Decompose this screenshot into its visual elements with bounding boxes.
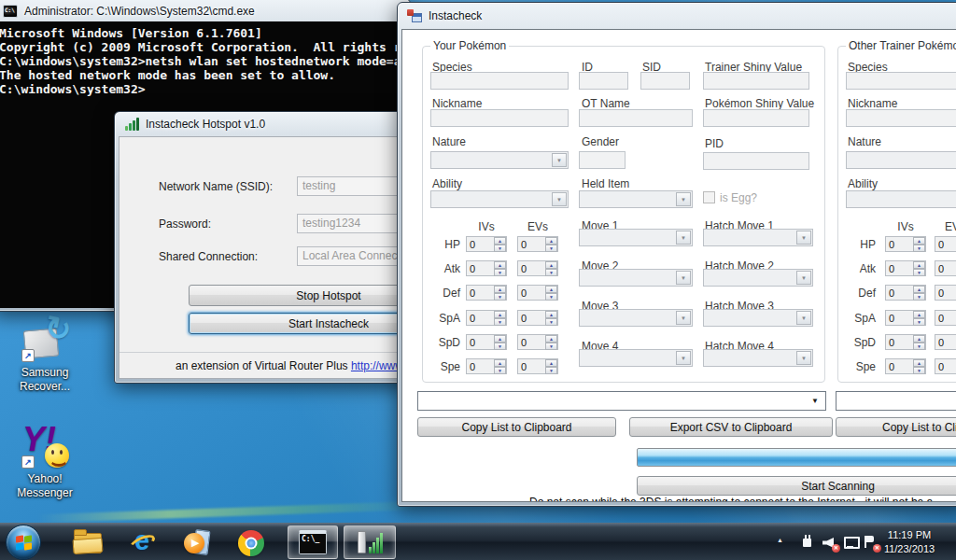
pid-field[interactable] — [703, 152, 809, 170]
ev-spinner[interactable]: 0▲▼ — [517, 236, 558, 252]
move2-combo[interactable]: ▼ — [579, 269, 693, 287]
taskbar-item-media-player[interactable]: ▶ — [177, 528, 217, 558]
ability-combo[interactable]: ▼ — [430, 190, 569, 208]
chevron-down-icon[interactable]: ▼ — [676, 231, 691, 245]
nature-combo[interactable]: ▼ — [430, 151, 569, 169]
species-field[interactable] — [846, 72, 956, 90]
chevron-down-icon[interactable]: ▼ — [552, 192, 567, 206]
ot-name-field[interactable] — [579, 109, 693, 127]
spinner-arrows[interactable]: ▲▼ — [545, 335, 557, 349]
iv-spinner[interactable]: 0▲▼ — [466, 334, 507, 350]
spinner-arrows[interactable]: ▲▼ — [494, 237, 506, 251]
start-scanning-button[interactable]: Start Scanning — [637, 476, 956, 496]
taskbar-item-internet-explorer[interactable]: e — [123, 528, 162, 558]
iv-spinner[interactable]: 0▲▼ — [466, 236, 507, 252]
chevron-down-icon[interactable]: ▼ — [676, 192, 691, 206]
nature-combo[interactable]: ▼ — [846, 151, 956, 169]
results-list-dropdown-2[interactable] — [836, 391, 956, 411]
spinner-arrows[interactable]: ▲▼ — [545, 311, 557, 325]
chevron-down-icon[interactable]: ▼ — [676, 311, 691, 325]
ev-spinner[interactable]: 0▲▼ — [517, 358, 558, 374]
chevron-down-icon[interactable]: ▼ — [806, 393, 824, 409]
pokemon-shiny-value-field[interactable] — [703, 109, 809, 127]
spinner-arrows[interactable]: ▲▼ — [494, 261, 506, 275]
is-egg-checkbox[interactable] — [703, 191, 715, 203]
trainer-shiny-value-field[interactable] — [703, 72, 809, 90]
ability-combo[interactable]: ▼ — [846, 190, 956, 208]
chevron-down-icon[interactable]: ▼ — [796, 271, 811, 285]
results-list-dropdown[interactable]: ▼ — [417, 391, 826, 411]
nickname-field[interactable] — [430, 109, 569, 127]
iv-spinner[interactable]: 0▲▼ — [466, 358, 507, 374]
start-button[interactable] — [6, 525, 41, 560]
network-icon[interactable] — [843, 535, 858, 550]
species-field[interactable] — [430, 72, 569, 90]
ev-spinner[interactable]: 0▲▼ — [935, 285, 956, 301]
spinner-arrows[interactable]: ▲▼ — [545, 286, 557, 300]
taskbar-button-instacheck[interactable] — [344, 525, 396, 559]
spinner-arrows[interactable]: ▲▼ — [494, 286, 506, 300]
show-hidden-icons-button[interactable]: ▲ — [777, 537, 783, 543]
ev-spinner[interactable]: 0▲▼ — [935, 358, 956, 374]
ev-spinner[interactable]: 0▲▼ — [935, 236, 956, 252]
volume-muted-icon[interactable]: ✕ — [822, 535, 836, 550]
iv-spinner[interactable]: 0▲▼ — [885, 236, 926, 252]
desktop-icon-samsung-recovery[interactable]: ↻ ↗ Samsung Recover... — [0, 314, 90, 394]
spinner-arrows[interactable]: ▲▼ — [913, 237, 925, 251]
taskbar-clock[interactable]: 11:19 PM 11/23/2013 — [870, 528, 949, 556]
iv-spinner[interactable]: 0▲▼ — [466, 285, 507, 301]
sid-field[interactable] — [640, 72, 690, 90]
iv-spinner[interactable]: 0▲▼ — [885, 334, 926, 350]
power-plug-icon[interactable] — [799, 535, 814, 550]
ev-spinner[interactable]: 0▲▼ — [517, 285, 558, 301]
spinner-arrows[interactable]: ▲▼ — [494, 359, 506, 373]
id-field[interactable] — [579, 72, 628, 90]
hatch-move4-combo[interactable]: ▼ — [703, 349, 813, 367]
move4-combo[interactable]: ▼ — [579, 349, 693, 367]
taskbar-button-cmd[interactable]: C:\_ — [288, 525, 338, 559]
chevron-down-icon[interactable]: ▼ — [552, 153, 567, 167]
instacheck-titlebar[interactable]: Instacheck — [398, 3, 956, 29]
iv-spinner[interactable]: 0▲▼ — [466, 260, 507, 276]
chevron-down-icon[interactable]: ▼ — [676, 271, 691, 285]
ev-spinner[interactable]: 0▲▼ — [935, 334, 956, 350]
hatch-move2-combo[interactable]: ▼ — [703, 269, 813, 287]
desktop-icon-yahoo-messenger[interactable]: Y! ↗ Yahoo! Messenger — [0, 420, 90, 500]
chevron-down-icon[interactable]: ▼ — [796, 231, 811, 245]
virtual-router-link[interactable]: http://www — [351, 359, 403, 372]
spinner-arrows[interactable]: ▲▼ — [545, 359, 557, 373]
spinner-arrows[interactable]: ▲▼ — [913, 286, 925, 300]
ev-spinner[interactable]: 0▲▼ — [517, 334, 558, 350]
spinner-arrows[interactable]: ▲▼ — [545, 237, 557, 251]
iv-spinner[interactable]: 0▲▼ — [466, 310, 507, 326]
cmd-titlebar[interactable]: C:\ Administrator: C:\Windows\System32\c… — [0, 0, 410, 23]
spinner-arrows[interactable]: ▲▼ — [913, 335, 925, 349]
ev-spinner[interactable]: 0▲▼ — [935, 310, 956, 326]
hatch-move1-combo[interactable]: ▼ — [703, 229, 813, 246]
hatch-move3-combo[interactable]: ▼ — [703, 309, 813, 327]
ev-spinner[interactable]: 0▲▼ — [935, 260, 956, 276]
export-csv-button[interactable]: Export CSV to Clipboard — [629, 417, 833, 437]
taskbar-item-explorer[interactable] — [69, 528, 108, 558]
chevron-down-icon[interactable]: ▼ — [796, 311, 811, 325]
spinner-arrows[interactable]: ▲▼ — [494, 335, 506, 349]
nickname-field[interactable] — [846, 109, 956, 127]
move3-combo[interactable]: ▼ — [579, 309, 693, 327]
spinner-arrows[interactable]: ▲▼ — [494, 311, 506, 325]
chevron-down-icon[interactable]: ▼ — [796, 351, 811, 365]
iv-spinner[interactable]: 0▲▼ — [885, 310, 926, 326]
iv-spinner[interactable]: 0▲▼ — [885, 358, 926, 374]
spinner-arrows[interactable]: ▲▼ — [545, 261, 557, 275]
taskbar-item-chrome[interactable] — [232, 528, 271, 558]
spinner-arrows[interactable]: ▲▼ — [913, 311, 925, 325]
spinner-arrows[interactable]: ▲▼ — [913, 261, 925, 275]
copy-list-button-2[interactable]: Copy List to Clipboard — [836, 417, 956, 437]
ev-spinner[interactable]: 0▲▼ — [517, 310, 558, 326]
chevron-down-icon[interactable]: ▼ — [676, 351, 691, 365]
ev-spinner[interactable]: 0▲▼ — [517, 260, 558, 276]
gender-field[interactable] — [579, 151, 626, 169]
iv-spinner[interactable]: 0▲▼ — [885, 285, 926, 301]
held-item-combo[interactable]: ▼ — [579, 190, 693, 208]
iv-spinner[interactable]: 0▲▼ — [885, 260, 926, 276]
spinner-arrows[interactable]: ▲▼ — [913, 359, 925, 373]
